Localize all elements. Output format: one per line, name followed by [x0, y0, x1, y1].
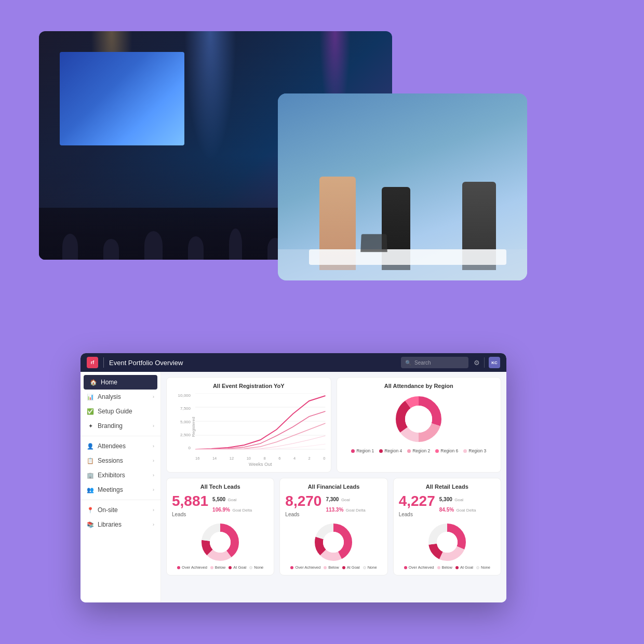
y-label-3: 7,500: [180, 406, 191, 411]
legend-dot-region1: [351, 449, 355, 453]
sidebar-label-libraries: Libraries: [98, 521, 122, 528]
legend-dot-region2: [407, 449, 411, 453]
sidebar-item-branding[interactable]: ✦ Branding ›: [81, 419, 160, 433]
tech-leads-stats: 5,500 Goal 106.9% Goal Delta: [212, 494, 252, 514]
retail-delta-value: 84.5%: [439, 507, 454, 513]
search-icon: 🔍: [405, 360, 411, 366]
retail-leads-legend: Over Achieved Below At Goal: [404, 565, 490, 570]
legend-dot-region4: [379, 449, 383, 453]
legend-dot-region3: [463, 449, 467, 453]
sidebar-label-attendees: Attendees: [98, 442, 126, 450]
tech-leads-card: All Tech Leads 5,881 Leads 5,500 Goal: [166, 478, 274, 575]
legend-region1: Region 1: [351, 448, 374, 453]
financial-goal-value: 7,300: [326, 497, 339, 502]
sidebar-label-home: Home: [101, 379, 117, 386]
retail-leads-card: All Retail Leads 4,227 Leads 5,300 Goal: [393, 478, 501, 575]
chevron-icon: ›: [153, 458, 154, 463]
sidebar-divider-2: [81, 500, 160, 500]
sidebar-item-analysis[interactable]: 📊 Analysis ›: [81, 390, 160, 404]
user-avatar[interactable]: KC: [489, 357, 500, 368]
legend-region4: Region 4: [379, 448, 402, 453]
top-charts-row: All Event Registration YoY 10,000 7,500 …: [166, 377, 501, 473]
sidebar-label-onsite: On-site: [98, 506, 118, 514]
retail-leads-value: 4,227: [399, 494, 435, 508]
search-box[interactable]: 🔍 Search: [401, 357, 468, 368]
sessions-icon: 📋: [87, 458, 94, 464]
registration-chart-card: All Event Registration YoY 10,000 7,500 …: [166, 377, 331, 473]
legend-region6: Region 6: [435, 448, 458, 453]
chevron-icon: ›: [153, 473, 154, 478]
financial-delta-label: Goal Delta: [346, 508, 366, 513]
attendance-chart-title: All Attendance by Region: [342, 383, 496, 389]
financial-leads-value: 8,270: [285, 494, 321, 508]
retail-leads-stats: 5,300 Goal 84.5% Goal Delta: [439, 494, 476, 514]
setup-icon: ✅: [87, 408, 94, 415]
app-logo: rf: [87, 357, 98, 368]
sidebar-label-meetings: Meetings: [98, 486, 123, 493]
svg-point-20: [323, 532, 344, 553]
sidebar-item-sessions[interactable]: 📋 Sessions ›: [81, 453, 160, 468]
svg-point-15: [210, 532, 231, 553]
financial-leads-legend: Over Achieved Below At Goal: [290, 565, 377, 570]
chevron-icon: ›: [153, 423, 154, 428]
x-axis-title: Weeks Out: [195, 462, 326, 467]
main-layout: 🏠 Home 📊 Analysis › ✅ Setup Guide: [81, 372, 506, 602]
tech-leads-donut: Over Achieved Below At Goal: [172, 521, 269, 570]
topbar-divider: [103, 357, 104, 368]
libraries-icon: 📚: [87, 521, 94, 528]
line-chart-svg-area: [195, 393, 326, 450]
chevron-icon: ›: [153, 394, 154, 399]
meetings-icon: 👥: [87, 487, 94, 493]
retail-leads-header: 4,227 Leads 5,300 Goal 84.5% Goal Delta: [399, 494, 495, 517]
attendance-legend: Region 1 Region 4 Region 2: [351, 448, 486, 453]
topbar: rf Event Portfolio Overview 🔍 Search ⚙ K…: [81, 353, 506, 372]
registration-chart-title: All Event Registration YoY: [172, 383, 326, 389]
tech-leads-header: 5,881 Leads 5,500 Goal 106.9% Goal Delta: [172, 494, 269, 517]
tech-goal-label: Goal: [228, 498, 237, 502]
sidebar-label-setup: Setup Guide: [98, 408, 132, 415]
retail-goal-label: Goal: [454, 498, 463, 502]
retail-delta-label: Goal Delta: [457, 508, 476, 513]
home-icon: 🏠: [90, 379, 97, 386]
legend-dot-region6: [435, 449, 439, 453]
chevron-icon: ›: [153, 444, 154, 449]
sidebar-item-exhibitors[interactable]: 🏢 Exhibitors ›: [81, 468, 160, 482]
sidebar-label-exhibitors: Exhibitors: [98, 472, 125, 479]
sidebar-item-onsite[interactable]: 📍 On-site ›: [81, 503, 160, 517]
legend-region2: Region 2: [407, 448, 430, 453]
svg-point-25: [437, 532, 458, 553]
financial-delta-value: 113.3%: [326, 507, 343, 513]
y-axis: 10,000 7,500 5,000 2,500 0: [172, 393, 193, 450]
chevron-icon: ›: [153, 487, 154, 492]
dashboard: rf Event Portfolio Overview 🔍 Search ⚙ K…: [81, 353, 506, 602]
attendance-chart-card: All Attendance by Region: [337, 377, 502, 473]
tech-delta-value: 106.9%: [212, 507, 230, 513]
photo-collage: [39, 31, 527, 312]
attendance-donut: Region 1 Region 4 Region 2: [342, 393, 496, 453]
analysis-icon: 📊: [87, 394, 94, 400]
y-label-4: 10,000: [178, 393, 191, 398]
tech-delta-label: Goal Delta: [232, 508, 252, 513]
financial-leads-donut: Over Achieved Below At Goal: [285, 521, 382, 570]
attendance-donut-svg: [393, 393, 445, 445]
exhibitors-icon: 🏢: [87, 472, 94, 479]
retail-leads-donut: Over Achieved Below At Goal: [399, 521, 495, 570]
sidebar-item-meetings[interactable]: 👥 Meetings ›: [81, 482, 160, 497]
settings-icon[interactable]: ⚙: [474, 359, 480, 367]
topbar-actions: ⚙ KC: [474, 357, 500, 368]
y-label-1: 2,500: [180, 433, 191, 437]
tech-leads-value: 5,881: [172, 494, 208, 508]
tech-leads-title: All Tech Leads: [172, 484, 269, 490]
sidebar-item-attendees[interactable]: 👤 Attendees ›: [81, 439, 160, 453]
sidebar-item-home[interactable]: 🏠 Home: [84, 375, 157, 390]
x-axis: 16 14 12 10 8 6 4 2 0: [195, 456, 326, 461]
y-label-0: 0: [189, 446, 191, 450]
sidebar-item-setup-guide[interactable]: ✅ Setup Guide: [81, 404, 160, 419]
svg-point-10: [405, 406, 432, 433]
branding-icon: ✦: [87, 423, 94, 430]
retail-leads-label: Leads: [399, 512, 435, 517]
tech-goal-value: 5,500: [212, 497, 225, 502]
financial-leads-header: 8,270 Leads 7,300 Goal 113.3% Goal Delta: [285, 494, 382, 517]
onsite-icon: 📍: [87, 507, 94, 514]
sidebar-item-libraries[interactable]: 📚 Libraries ›: [81, 517, 160, 532]
